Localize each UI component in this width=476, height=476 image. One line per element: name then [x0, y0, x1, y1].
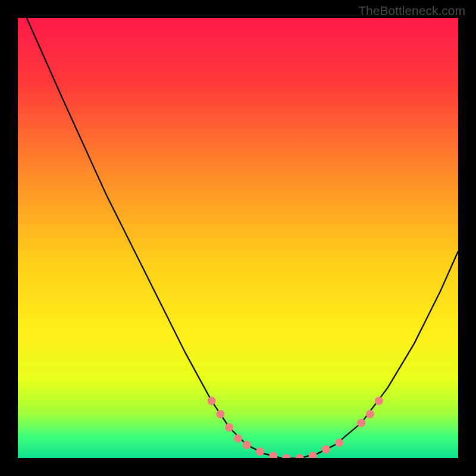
marker-point [256, 447, 264, 456]
marker-point [234, 434, 242, 443]
marker-point [216, 410, 224, 418]
marker-point [309, 452, 317, 458]
chart-frame: TheBottleneck.com [0, 0, 476, 476]
curve-layer [18, 18, 458, 458]
marker-point [366, 410, 374, 418]
marker-point [375, 397, 383, 405]
marker-point [225, 423, 233, 431]
watermark-text: TheBottleneck.com [358, 4, 465, 18]
marker-point [282, 454, 290, 458]
marker-point [269, 452, 277, 458]
bottleneck-curve [27, 18, 458, 458]
marker-point [208, 397, 216, 405]
plot-area [18, 18, 458, 458]
marker-point [243, 441, 251, 449]
marker-point [357, 419, 365, 427]
marker-point [335, 439, 343, 447]
marker-point [296, 454, 304, 458]
marker-point [322, 445, 330, 453]
